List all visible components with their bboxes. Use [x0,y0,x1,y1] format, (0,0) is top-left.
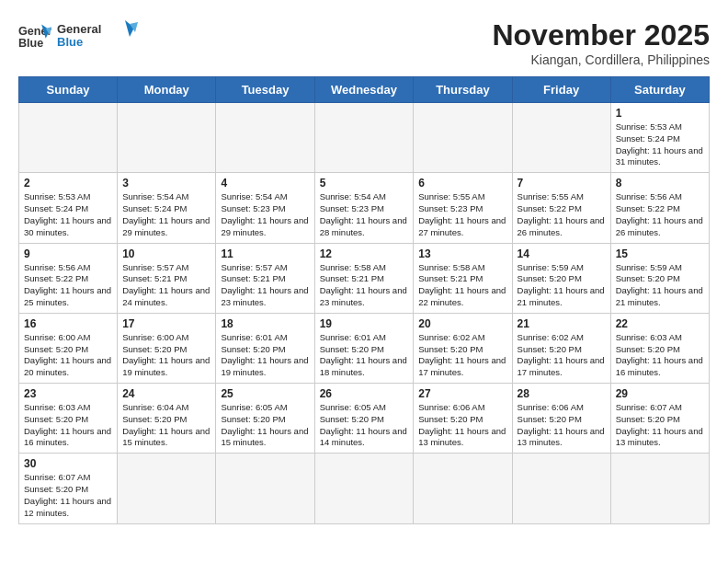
day-13: 13 Sunrise: 5:58 AMSunset: 5:21 PMDaylig… [414,243,512,313]
day-22: 22 Sunrise: 6:03 AMSunset: 5:20 PMDaylig… [610,313,709,383]
day-5: 5 Sunrise: 5:54 AMSunset: 5:23 PMDayligh… [314,173,414,243]
day-7: 7 Sunrise: 5:55 AMSunset: 5:22 PMDayligh… [512,173,610,243]
day-11: 11 Sunrise: 5:57 AMSunset: 5:21 PMDaylig… [216,243,314,313]
calendar-row-1: 1 Sunrise: 5:53 AM Sunset: 5:24 PM Dayli… [19,103,710,173]
calendar-row-2: 2 Sunrise: 5:53 AMSunset: 5:24 PMDayligh… [19,173,710,243]
day-14: 14 Sunrise: 5:59 AMSunset: 5:20 PMDaylig… [512,243,610,313]
day-25: 25 Sunrise: 6:05 AMSunset: 5:20 PMDaylig… [216,384,314,454]
calendar: Sunday Monday Tuesday Wednesday Thursday… [18,76,710,524]
day-4: 4 Sunrise: 5:54 AMSunset: 5:23 PMDayligh… [216,173,314,243]
day-12: 12 Sunrise: 5:58 AMSunset: 5:21 PMDaylig… [314,243,414,313]
day-28: 28 Sunrise: 6:06 AMSunset: 5:20 PMDaylig… [512,384,610,454]
weekday-header-row: Sunday Monday Tuesday Wednesday Thursday… [19,77,710,103]
day-17: 17 Sunrise: 6:00 AMSunset: 5:20 PMDaylig… [118,313,216,383]
header-wednesday: Wednesday [314,77,414,103]
empty-cell [216,454,314,523]
day-29: 29 Sunrise: 6:07 AMSunset: 5:20 PMDaylig… [610,384,709,454]
empty-cell [512,454,610,523]
day-23: 23 Sunrise: 6:03 AMSunset: 5:20 PMDaylig… [19,384,118,454]
empty-cell [314,454,414,523]
day-19: 19 Sunrise: 6:01 AMSunset: 5:20 PMDaylig… [314,313,414,383]
location-title: Kiangan, Cordillera, Philippines [492,52,710,67]
empty-cell [314,103,414,173]
empty-cell [414,103,512,173]
calendar-row-6: 30 Sunrise: 6:07 AMSunset: 5:20 PMDaylig… [19,454,710,523]
header-thursday: Thursday [414,77,512,103]
day-10: 10 Sunrise: 5:57 AMSunset: 5:21 PMDaylig… [118,243,216,313]
empty-cell [512,103,610,173]
svg-text:General: General [57,22,101,36]
generalblue-logo: General Blue [57,18,140,55]
logo-icon: General Blue [18,20,51,53]
day-2: 2 Sunrise: 5:53 AMSunset: 5:24 PMDayligh… [19,173,118,243]
day-9: 9 Sunrise: 5:56 AMSunset: 5:22 PMDayligh… [19,243,118,313]
header-saturday: Saturday [610,77,709,103]
header-friday: Friday [512,77,610,103]
day-6: 6 Sunrise: 5:55 AMSunset: 5:23 PMDayligh… [414,173,512,243]
empty-cell [118,103,216,173]
header-tuesday: Tuesday [216,77,314,103]
title-area: November 2025 Kiangan, Cordillera, Phili… [492,18,710,67]
empty-cell [610,454,709,523]
day-18: 18 Sunrise: 6:01 AMSunset: 5:20 PMDaylig… [216,313,314,383]
day-8: 8 Sunrise: 5:56 AMSunset: 5:22 PMDayligh… [610,173,709,243]
logo: General Blue General Blue [18,18,140,55]
svg-text:Blue: Blue [57,35,83,49]
svg-text:Blue: Blue [18,37,43,50]
header-monday: Monday [118,77,216,103]
empty-cell [216,103,314,173]
day-26: 26 Sunrise: 6:05 AMSunset: 5:20 PMDaylig… [314,384,414,454]
empty-cell [118,454,216,523]
calendar-row-3: 9 Sunrise: 5:56 AMSunset: 5:22 PMDayligh… [19,243,710,313]
calendar-row-5: 23 Sunrise: 6:03 AMSunset: 5:20 PMDaylig… [19,384,710,454]
month-title: November 2025 [492,18,710,52]
day-3: 3 Sunrise: 5:54 AMSunset: 5:24 PMDayligh… [118,173,216,243]
day-20: 20 Sunrise: 6:02 AMSunset: 5:20 PMDaylig… [414,313,512,383]
day-1: 1 Sunrise: 5:53 AM Sunset: 5:24 PM Dayli… [610,103,709,173]
day-16: 16 Sunrise: 6:00 AMSunset: 5:20 PMDaylig… [19,313,118,383]
empty-cell [19,103,118,173]
day-24: 24 Sunrise: 6:04 AMSunset: 5:20 PMDaylig… [118,384,216,454]
header: General Blue General Blue November 2025 … [18,18,710,67]
empty-cell [414,454,512,523]
header-sunday: Sunday [19,77,118,103]
day-30: 30 Sunrise: 6:07 AMSunset: 5:20 PMDaylig… [19,454,118,523]
calendar-row-4: 16 Sunrise: 6:00 AMSunset: 5:20 PMDaylig… [19,313,710,383]
day-21: 21 Sunrise: 6:02 AMSunset: 5:20 PMDaylig… [512,313,610,383]
day-15: 15 Sunrise: 5:59 AMSunset: 5:20 PMDaylig… [610,243,709,313]
day-27: 27 Sunrise: 6:06 AMSunset: 5:20 PMDaylig… [414,384,512,454]
